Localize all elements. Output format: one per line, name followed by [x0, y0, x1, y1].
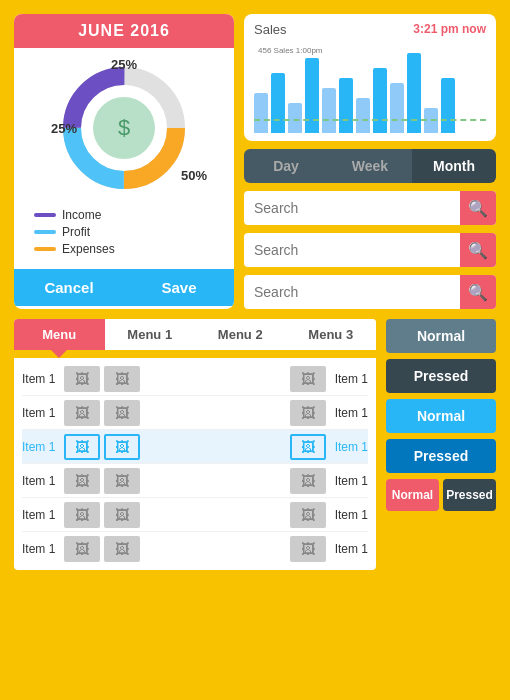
card-body: 25% 25% 50% $	[14, 48, 234, 269]
img-placeholder: 🖼	[290, 502, 326, 528]
legend-expenses: Expenses	[34, 242, 224, 256]
image-icon: 🖼	[301, 371, 315, 387]
list-label-left: Item 1	[22, 508, 60, 522]
image-icon: 🖼	[115, 507, 129, 523]
menu-arrow-container	[14, 350, 376, 358]
save-button[interactable]: Save	[124, 269, 234, 306]
bar-5	[322, 88, 336, 133]
normal-button-3[interactable]: Normal	[386, 479, 439, 511]
img-placeholder: 🖼	[290, 400, 326, 426]
img-placeholder: 🖼	[104, 502, 140, 528]
list-label-right-blue: Item 1	[330, 440, 368, 454]
search-button-1[interactable]: 🔍	[460, 191, 496, 225]
cancel-button[interactable]: Cancel	[14, 269, 124, 306]
chart-label: 456 Sales 1:00pm	[256, 45, 325, 56]
list-label-left: Item 1	[22, 406, 60, 420]
action-buttons: Cancel Save	[14, 269, 234, 306]
image-icon: 🖼	[115, 371, 129, 387]
pressed-button-3[interactable]: Pressed	[443, 479, 496, 511]
donut-chart: 25% 25% 50% $	[59, 63, 189, 193]
normal-button-1[interactable]: Normal	[386, 319, 496, 353]
bar-3	[288, 103, 302, 133]
tab-week[interactable]: Week	[328, 149, 412, 183]
tab-month[interactable]: Month	[412, 149, 496, 183]
list-row: Item 1 🖼 🖼 🖼 Item 1	[22, 498, 368, 532]
bar-1	[254, 93, 268, 133]
menu-item-1[interactable]: Menu 1	[105, 319, 196, 350]
img-placeholder-blue: 🖼	[104, 434, 140, 460]
image-icon-blue: 🖼	[301, 439, 315, 455]
bar-2	[271, 73, 285, 133]
menu-arrow	[51, 350, 67, 358]
bar-8	[373, 68, 387, 133]
sales-box: Sales 3:21 pm now 456 Sales 1:00pm	[244, 14, 496, 141]
state-buttons-panel: Normal Pressed Normal Pressed Normal Pre…	[386, 319, 496, 570]
img-placeholder: 🖼	[104, 366, 140, 392]
image-icon: 🖼	[115, 541, 129, 557]
image-icon: 🖼	[301, 507, 315, 523]
pct-top: 25%	[111, 57, 137, 72]
pct-bottom: 50%	[181, 168, 207, 183]
list-label-left: Item 1	[22, 372, 60, 386]
split-button-row: Normal Pressed	[386, 479, 496, 511]
img-placeholder-blue: 🖼	[290, 434, 326, 460]
income-color	[34, 213, 56, 217]
img-placeholder-blue: 🖼	[64, 434, 100, 460]
expenses-color	[34, 247, 56, 251]
search-button-3[interactable]: 🔍	[460, 275, 496, 309]
list-row: Item 1 🖼 🖼 🖼 Item 1	[22, 362, 368, 396]
sales-time: 3:21 pm now	[413, 22, 486, 37]
img-placeholder: 🖼	[64, 400, 100, 426]
image-icon: 🖼	[75, 541, 89, 557]
image-icon: 🖼	[75, 507, 89, 523]
list-label-left: Item 1	[22, 542, 60, 556]
list-label-right: Item 1	[330, 542, 368, 556]
image-icon: 🖼	[75, 371, 89, 387]
donut-center-icon: $	[93, 97, 155, 159]
menu-item-3[interactable]: Menu 3	[286, 319, 377, 350]
search-input-2[interactable]	[244, 242, 460, 258]
list-area: Item 1 🖼 🖼 🖼 Item 1 Item 1 🖼 🖼 🖼 Item 1	[14, 358, 376, 570]
bar-6	[339, 78, 353, 133]
arrow-slot-3	[286, 350, 377, 358]
search-box-2: 🔍	[244, 233, 496, 267]
bar-10	[407, 53, 421, 133]
period-tabs: Day Week Month	[244, 149, 496, 183]
img-placeholder: 🖼	[64, 468, 100, 494]
app-container: JUNE 2016 25% 25% 50%	[0, 0, 510, 584]
list-label-left-blue: Item 1	[22, 440, 60, 454]
image-icon: 🖼	[301, 541, 315, 557]
bottom-section: Menu Menu 1 Menu 2 Menu 3 Item 1 🖼 🖼	[14, 319, 496, 570]
list-label-left: Item 1	[22, 474, 60, 488]
img-placeholder: 🖼	[64, 502, 100, 528]
arrow-slot-1	[105, 350, 196, 358]
sales-title: Sales	[254, 22, 287, 37]
pressed-button-1[interactable]: Pressed	[386, 359, 496, 393]
right-card: Sales 3:21 pm now 456 Sales 1:00pm	[244, 14, 496, 309]
bar-12	[441, 78, 455, 133]
arrow-slot-0	[14, 350, 105, 358]
menu-item-0[interactable]: Menu	[14, 319, 105, 350]
img-placeholder: 🖼	[290, 366, 326, 392]
normal-button-2[interactable]: Normal	[386, 399, 496, 433]
list-row-highlighted: Item 1 🖼 🖼 🖼 Item 1	[22, 430, 368, 464]
tab-day[interactable]: Day	[244, 149, 328, 183]
search-button-2[interactable]: 🔍	[460, 233, 496, 267]
image-icon: 🖼	[75, 405, 89, 421]
top-row: JUNE 2016 25% 25% 50%	[14, 14, 496, 309]
sales-header: Sales 3:21 pm now	[254, 22, 486, 37]
search-input-3[interactable]	[244, 284, 460, 300]
profit-color	[34, 230, 56, 234]
list-label-right: Item 1	[330, 474, 368, 488]
legend-income: Income	[34, 208, 224, 222]
legend-profit: Profit	[34, 225, 224, 239]
pressed-button-2[interactable]: Pressed	[386, 439, 496, 473]
chart-line	[254, 119, 486, 121]
bar-4	[305, 58, 319, 133]
search-input-1[interactable]	[244, 200, 460, 216]
list-label-right: Item 1	[330, 406, 368, 420]
list-label-right: Item 1	[330, 508, 368, 522]
menu-item-2[interactable]: Menu 2	[195, 319, 286, 350]
image-icon: 🖼	[301, 473, 315, 489]
list-row: Item 1 🖼 🖼 🖼 Item 1	[22, 396, 368, 430]
